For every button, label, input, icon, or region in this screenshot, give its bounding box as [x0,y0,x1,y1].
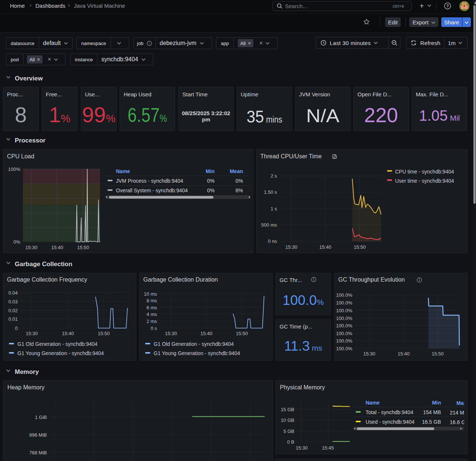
svg-text:i: i [149,41,150,45]
svg-text:?: ? [446,4,449,8]
